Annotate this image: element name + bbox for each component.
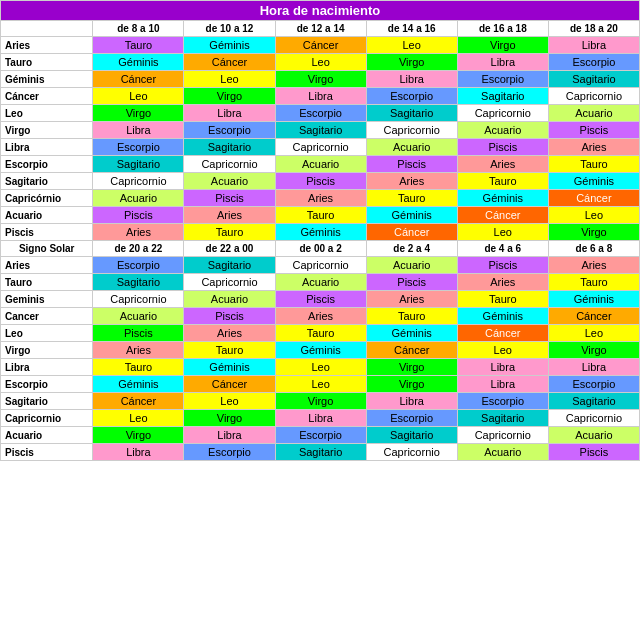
data-cell: Cáncer [184, 54, 275, 71]
data-cell: Tauro [548, 274, 639, 291]
data-cell: Leo [275, 359, 366, 376]
data-cell: Acuario [457, 122, 548, 139]
data-cell: Capricornio [457, 105, 548, 122]
table-row: VirgoAriesTauroGéminisCáncerLeoVirgo [1, 342, 640, 359]
data-cell: Libra [457, 359, 548, 376]
data-cell: Sagitario [184, 139, 275, 156]
data-cell: Acuario [548, 105, 639, 122]
data-cell: Libra [457, 54, 548, 71]
data-cell: Libra [548, 37, 639, 54]
sign-cell: Virgo [1, 122, 93, 139]
sign-cell: Géminis [1, 71, 93, 88]
col-h-b1: de 20 a 22 [93, 241, 184, 257]
data-cell: Acuario [93, 190, 184, 207]
data-cell: Piscis [184, 190, 275, 207]
col-h5: de 16 a 18 [457, 21, 548, 37]
data-cell: Géminis [93, 376, 184, 393]
data-cell: Tauro [184, 224, 275, 241]
data-cell: Leo [548, 325, 639, 342]
table-row: GeminisCapricornioAcuarioPiscisAriesTaur… [1, 291, 640, 308]
data-cell: Acuario [275, 274, 366, 291]
data-cell: Acuario [457, 444, 548, 461]
data-cell: Leo [457, 342, 548, 359]
data-cell: Capricornio [457, 427, 548, 444]
table-row: TauroGéminisCáncerLeoVirgoLibraEscorpio [1, 54, 640, 71]
data-cell: Tauro [93, 37, 184, 54]
table-row: PiscisAriesTauroGéminisCáncerLeoVirgo [1, 224, 640, 241]
data-cell: Leo [93, 410, 184, 427]
data-cell: Géminis [457, 190, 548, 207]
data-cell: Aries [184, 207, 275, 224]
table-row: EscorpioSagitarioCapricornioAcuarioPisci… [1, 156, 640, 173]
table-row: SagitarioCapricornioAcuarioPiscisAriesTa… [1, 173, 640, 190]
astrology-table: Hora de nacimiento de 8 a 10 de 10 a 12 … [0, 0, 640, 461]
data-cell: Géminis [457, 308, 548, 325]
data-cell: Piscis [366, 274, 457, 291]
data-cell: Acuario [366, 257, 457, 274]
data-cell: Virgo [366, 359, 457, 376]
table-row: AcuarioPiscisAriesTauroGéminisCáncerLeo [1, 207, 640, 224]
data-cell: Géminis [184, 359, 275, 376]
main-header: Hora de nacimiento [1, 1, 640, 21]
data-cell: Cáncer [548, 308, 639, 325]
sign-cell: Escorpio [1, 156, 93, 173]
data-cell: Capricornio [275, 257, 366, 274]
data-cell: Géminis [275, 342, 366, 359]
data-cell: Virgo [548, 224, 639, 241]
data-cell: Aries [548, 257, 639, 274]
sign-cell: Acuario [1, 207, 93, 224]
data-cell: Cáncer [366, 342, 457, 359]
data-cell: Tauro [275, 325, 366, 342]
table-row: LeoPiscisAriesTauroGéminisCáncerLeo [1, 325, 640, 342]
data-cell: Virgo [93, 105, 184, 122]
data-cell: Leo [275, 376, 366, 393]
bottom-column-headers: Signo Solar de 20 a 22 de 22 a 00 de 00 … [1, 241, 640, 257]
data-cell: Escorpio [275, 105, 366, 122]
data-cell: Géminis [93, 54, 184, 71]
sign-cell: Sagitario [1, 173, 93, 190]
sign-cell: Sagitario [1, 393, 93, 410]
table-row: SagitarioCáncerLeoVirgoLibraEscorpioSagi… [1, 393, 640, 410]
col-h0 [1, 21, 93, 37]
sign-cell: Virgo [1, 342, 93, 359]
data-cell: Virgo [366, 54, 457, 71]
top-table-body: AriesTauroGéminisCáncerLeoVirgoLibraTaur… [1, 37, 640, 241]
data-cell: Escorpio [93, 139, 184, 156]
col-h-b0: Signo Solar [1, 241, 93, 257]
bottom-table-body: AriesEscorpioSagitarioCapricornioAcuario… [1, 257, 640, 461]
data-cell: Libra [366, 393, 457, 410]
table-row: LibraEscorpioSagitarioCapricornioAcuario… [1, 139, 640, 156]
data-cell: Escorpio [275, 427, 366, 444]
data-cell: Géminis [548, 291, 639, 308]
sign-cell: Capricornio [1, 410, 93, 427]
data-cell: Piscis [93, 325, 184, 342]
data-cell: Capricornio [93, 173, 184, 190]
sign-cell: Cancer [1, 308, 93, 325]
data-cell: Sagitario [366, 427, 457, 444]
data-cell: Piscis [457, 257, 548, 274]
data-cell: Capricornio [366, 122, 457, 139]
data-cell: Capricornio [366, 444, 457, 461]
data-cell: Sagitario [93, 274, 184, 291]
data-cell: Leo [457, 224, 548, 241]
table-row: CáncerLeoVirgoLibraEscorpioSagitarioCapr… [1, 88, 640, 105]
data-cell: Piscis [93, 207, 184, 224]
data-cell: Tauro [93, 359, 184, 376]
table-row: AriesEscorpioSagitarioCapricornioAcuario… [1, 257, 640, 274]
data-cell: Aries [457, 274, 548, 291]
data-cell: Cáncer [366, 224, 457, 241]
sign-cell: Piscis [1, 224, 93, 241]
data-cell: Sagitario [275, 122, 366, 139]
col-h-b6: de 6 a 8 [548, 241, 639, 257]
col-h-b4: de 2 a 4 [366, 241, 457, 257]
table-row: AcuarioVirgoLibraEscorpioSagitarioCapric… [1, 427, 640, 444]
data-cell: Cáncer [184, 376, 275, 393]
data-cell: Escorpio [548, 376, 639, 393]
sign-cell: Cáncer [1, 88, 93, 105]
sign-cell: Piscis [1, 444, 93, 461]
data-cell: Piscis [184, 308, 275, 325]
table-row: CapricórnioAcuarioPiscisAriesTauroGémini… [1, 190, 640, 207]
data-cell: Aries [366, 173, 457, 190]
col-h6: de 18 a 20 [548, 21, 639, 37]
data-cell: Capricornio [548, 88, 639, 105]
